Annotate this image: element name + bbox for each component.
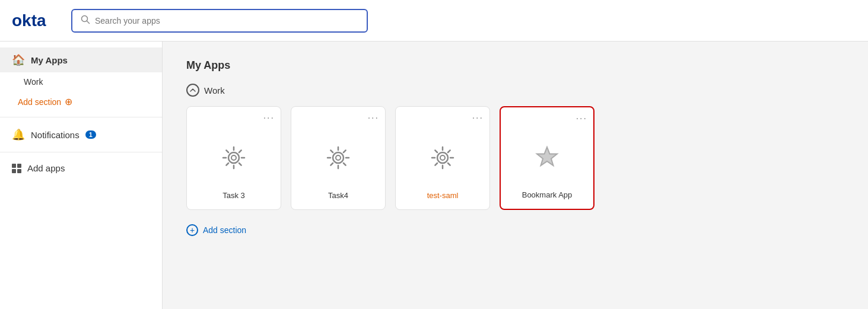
sidebar-divider-2 [0, 152, 162, 152]
header: okta [0, 0, 868, 42]
app-label-task3: Task 3 [222, 191, 245, 200]
svg-marker-33 [537, 147, 557, 165]
main-add-section[interactable]: + Add section [186, 224, 844, 236]
svg-line-21 [344, 150, 346, 152]
app-menu-dots-bookmark-app[interactable]: ··· [576, 113, 587, 124]
add-section-circle-icon: + [186, 224, 198, 236]
svg-line-10 [239, 163, 241, 165]
sidebar-item-work[interactable]: Work [0, 72, 162, 91]
app-menu-dots-task4[interactable]: ··· [368, 113, 379, 123]
add-section-icon: ⊕ [65, 96, 72, 107]
svg-point-23 [437, 152, 448, 163]
main-add-section-label: Add section [203, 225, 246, 235]
sidebar-my-apps-label: My Apps [31, 55, 68, 65]
svg-line-29 [435, 150, 437, 152]
sidebar-item-add-apps[interactable]: Add apps [0, 157, 162, 179]
collapse-icon[interactable] [186, 84, 199, 97]
svg-point-24 [440, 155, 445, 160]
app-icon-test-saml [427, 125, 458, 191]
svg-point-4 [231, 155, 236, 160]
search-input[interactable] [95, 16, 358, 26]
search-bar [71, 9, 368, 33]
sidebar-work-label: Work [24, 77, 43, 87]
notification-badge: 1 [85, 130, 96, 139]
svg-line-2 [87, 21, 90, 23]
okta-logo: okta [12, 11, 59, 31]
svg-line-9 [226, 150, 228, 152]
svg-point-3 [228, 152, 239, 163]
svg-line-19 [330, 150, 333, 152]
sidebar-add-section[interactable]: Add section ⊕ [0, 91, 162, 112]
app-card-task4[interactable]: ··· [291, 106, 386, 210]
main-content: My Apps Work ··· [163, 42, 868, 309]
app-label-test-saml: test-saml [427, 191, 459, 200]
svg-line-11 [239, 150, 241, 152]
svg-line-12 [226, 163, 228, 165]
svg-line-20 [344, 163, 346, 165]
svg-point-14 [336, 155, 341, 160]
app-card-task3[interactable]: ··· [186, 106, 281, 210]
work-section-label: Work [204, 85, 225, 95]
grid-icon [12, 164, 21, 173]
svg-line-31 [448, 150, 450, 152]
body-layout: 🏠 My Apps Work Add section ⊕ 🔔 Notificat… [0, 42, 868, 309]
notifications-label: Notifications [31, 130, 80, 140]
sidebar-divider-1 [0, 117, 162, 117]
add-apps-label: Add apps [27, 163, 65, 173]
svg-point-13 [333, 152, 344, 163]
svg-line-32 [435, 163, 437, 165]
app-label-task4: Task4 [328, 191, 348, 200]
app-card-test-saml[interactable]: ··· [395, 106, 490, 210]
search-icon [81, 15, 90, 27]
app-icon-task4 [323, 125, 354, 191]
app-label-bookmark-app: Bookmark App [522, 190, 573, 199]
bell-icon: 🔔 [12, 128, 25, 141]
home-icon: 🏠 [12, 53, 25, 66]
svg-line-30 [448, 163, 450, 165]
add-section-label: Add section [18, 97, 61, 107]
app-menu-dots-task3[interactable]: ··· [263, 113, 275, 123]
sidebar: 🏠 My Apps Work Add section ⊕ 🔔 Notificat… [0, 42, 163, 309]
page-title: My Apps [186, 59, 844, 72]
svg-text:okta: okta [12, 11, 46, 28]
sidebar-item-notifications[interactable]: 🔔 Notifications 1 [0, 122, 162, 147]
svg-line-22 [330, 163, 333, 165]
apps-grid: ··· [186, 106, 844, 210]
app-icon-task3 [218, 125, 249, 191]
app-icon-bookmark-app [532, 125, 562, 190]
app-card-bookmark-app[interactable]: ··· Bookmark App [500, 106, 594, 210]
app-menu-dots-test-saml[interactable]: ··· [472, 113, 484, 123]
work-section-header: Work [186, 84, 844, 97]
sidebar-item-my-apps[interactable]: 🏠 My Apps [0, 47, 162, 72]
